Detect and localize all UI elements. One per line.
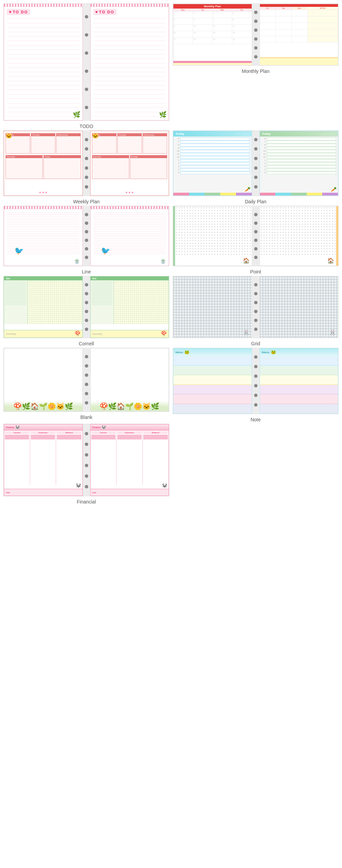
weekly-left-page: 🐱 Monday Tuesday Wednesday xyxy=(4,131,83,196)
binding-hole xyxy=(85,383,88,386)
binding-hole xyxy=(254,328,258,331)
daily-schedule: 6 7 8 9 xyxy=(173,137,252,176)
binding-hole xyxy=(254,11,258,14)
todo-line-r xyxy=(93,54,166,54)
todo-line xyxy=(7,99,80,99)
binding-hole xyxy=(85,147,88,151)
line-h xyxy=(7,221,80,221)
weekly-top-cols: Monday Tuesday Wednesday xyxy=(4,132,82,154)
line-pages: 🐦 🍵 xyxy=(3,206,169,266)
line-h xyxy=(7,237,80,237)
todo-line-r xyxy=(93,81,166,81)
binding-hole xyxy=(85,185,88,189)
todo-lines-right xyxy=(93,17,166,118)
binding-hole xyxy=(254,365,258,368)
blank-label: Blank xyxy=(80,414,92,420)
daily-row: 11 xyxy=(175,153,250,156)
rabbit-icon-r: 🐰 xyxy=(329,329,336,336)
daily-today-bar-r: Today ___ / ___ / ___ xyxy=(260,131,338,137)
financial-income-col-r: Income xyxy=(91,431,117,485)
binding-hole xyxy=(254,394,258,397)
financial-pages: Finance 🐼 Income xyxy=(3,424,169,496)
daily-row: 12 xyxy=(175,156,250,159)
todo-line-r xyxy=(93,32,166,32)
daily-cell: Today ___ / ___ / ___ 6 7 xyxy=(173,130,339,206)
cue-lines xyxy=(4,280,27,306)
todo-line-r xyxy=(93,76,166,77)
blank-left-footer: 🍄🌿🏠🌱🌼🐱🌿 xyxy=(4,401,82,411)
grid-binding xyxy=(252,276,260,338)
day-fri: Fri xyxy=(260,7,276,10)
todo-line-r xyxy=(93,27,166,28)
cornell-cue-col xyxy=(4,280,28,324)
daily-today-bar: Today ___ / ___ / ___ xyxy=(173,131,252,137)
binding-hole xyxy=(85,319,88,322)
point-label: Point xyxy=(250,269,261,275)
todo-line xyxy=(7,27,80,28)
grid-right-page: 🐰 xyxy=(260,276,339,338)
binding-hole xyxy=(254,403,258,407)
weekly-col-header: Thursday xyxy=(6,155,42,158)
financial-income-col: Income xyxy=(4,431,30,485)
todo-heart-icon-right: ♥ xyxy=(95,10,98,14)
binding-hole xyxy=(85,485,88,488)
grid-content-r xyxy=(260,277,338,337)
todo-line-r xyxy=(93,103,166,103)
weekly-col-tue: Tuesday xyxy=(31,133,55,154)
rabbit-icon: 🐰 xyxy=(243,329,250,336)
cue-line xyxy=(5,284,26,284)
panda-icon: 🐼 xyxy=(15,425,19,429)
cue-lines-r xyxy=(91,280,114,306)
todo-line-r xyxy=(93,116,166,117)
binding-hole xyxy=(85,432,88,435)
todo-line-r xyxy=(93,41,166,41)
todo-line-r xyxy=(93,50,166,50)
day-tue: Tue xyxy=(193,9,212,11)
cornell-cell: due xyxy=(3,276,169,348)
binding-hole xyxy=(85,310,88,313)
weekly-heart-deco-r: ♥ ♥ ♥ xyxy=(126,191,133,194)
todo-line-r xyxy=(93,63,166,63)
todo-line xyxy=(7,85,80,86)
grid-left-page: 🐰 xyxy=(173,276,252,338)
line-h xyxy=(7,231,80,232)
todo-cell: ♥ TO DO xyxy=(3,3,169,130)
line-h xyxy=(7,235,80,235)
binding-hole xyxy=(85,301,88,304)
cornell-binding xyxy=(83,276,90,338)
line-h-r xyxy=(93,228,166,228)
fin-line-e xyxy=(31,439,55,439)
line-h xyxy=(7,216,80,216)
binding-hole xyxy=(85,453,88,457)
binding-hole xyxy=(85,230,88,233)
cue-line xyxy=(5,285,26,286)
todo-line-r xyxy=(93,23,166,23)
blank-right-footer: 🍄🌿🏠🌱🌼🐱🌿 xyxy=(91,401,169,411)
panda-icon-deco-r: 🐼 xyxy=(162,483,167,488)
cornell-right-page: due xyxy=(90,276,169,338)
binding-hole xyxy=(85,239,88,242)
line-h xyxy=(7,223,80,223)
binding-hole xyxy=(85,247,88,251)
financial-cols: Income xyxy=(4,431,82,485)
row-6: Finance 🐼 Income xyxy=(3,424,339,506)
todo-line xyxy=(7,103,80,103)
weekly-col-wed-r: Wednesday xyxy=(143,133,167,154)
note-section-purple xyxy=(173,385,252,394)
week-1: 1 2 3 4 xyxy=(173,12,252,18)
mushroom-icon: 🍄 xyxy=(75,331,80,336)
todo-line-r xyxy=(93,36,166,37)
row-3: 🐦 🍵 xyxy=(3,206,339,276)
daily-row: 7 xyxy=(175,141,250,143)
today-text: Today xyxy=(175,132,184,136)
weekly-top-cols-r: Monday Tuesday Wednesday xyxy=(91,132,169,154)
cornell-summary-bar-r: Summary xyxy=(91,330,169,337)
todo-line xyxy=(7,81,80,81)
note-cell: Memo 🐸 xyxy=(173,348,339,424)
fin-line-b xyxy=(57,439,81,439)
blank-left-page: 🍄🌿🏠🌱🌼🐱🌿 xyxy=(4,348,83,411)
note-section-pink-r xyxy=(260,394,338,404)
todo-right-page: ♥ TO DO xyxy=(90,4,169,120)
weekly-col-header: Wednesday xyxy=(56,133,80,136)
note-label: Note xyxy=(251,417,261,422)
